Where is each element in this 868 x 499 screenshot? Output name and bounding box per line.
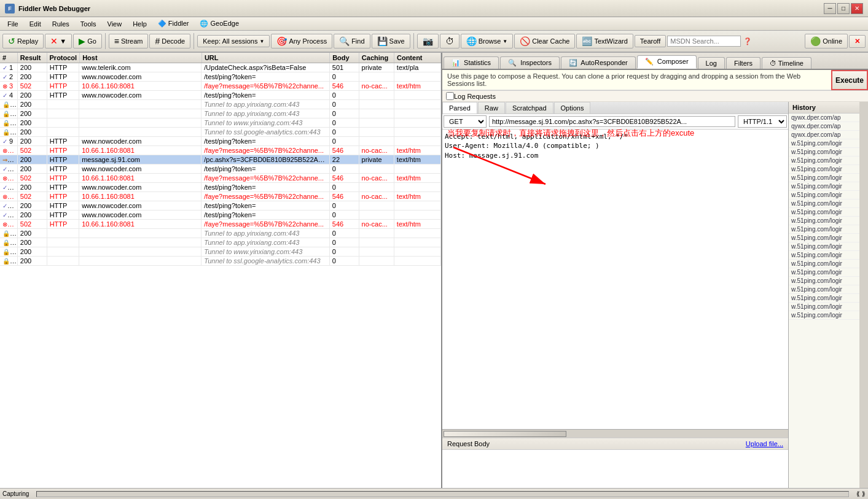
history-item[interactable]: w.51ping.com/logir [789, 251, 868, 260]
tab-statistics[interactable]: 📊 Statistics [444, 56, 499, 69]
menu-fiddler[interactable]: 🔷 Fiddler [153, 18, 194, 29]
history-item[interactable]: qywx.dper.com/ap [789, 122, 868, 131]
hscroll-bar[interactable] [36, 491, 849, 497]
tab-autoresponder[interactable]: 🔄 AutoResponder [561, 56, 636, 69]
execute-button[interactable]: Execute [831, 70, 868, 90]
col-header-num[interactable]: # [0, 53, 18, 63]
menu-rules[interactable]: Rules [47, 19, 74, 29]
menu-file[interactable]: File [2, 19, 23, 29]
history-item[interactable]: w.51ping.com/logir [789, 157, 868, 165]
remove-button[interactable]: ✕ ▼ [45, 34, 72, 48]
history-item[interactable]: qywx.dper.com/ap [789, 131, 868, 139]
history-item[interactable]: w.51ping.com/logir [789, 208, 868, 217]
menu-geoedge[interactable]: 🌐 GeoEdge [195, 18, 244, 29]
table-row[interactable]: ✓ 17 200 HTTP www.nowcoder.com /test/pin… [0, 211, 441, 220]
close-button[interactable]: ✕ [851, 3, 863, 14]
history-item[interactable]: w.51ping.com/logir [789, 242, 868, 251]
history-item[interactable]: w.51ping.com/logir [789, 191, 868, 199]
request-headers-textarea[interactable] [442, 130, 788, 429]
table-row[interactable]: 🔒 8 200 Tunnel to ssl.google-analytics.c… [0, 128, 441, 137]
history-scrollbar[interactable] [859, 102, 868, 499]
close-connection-button[interactable]: ✕ [849, 35, 866, 48]
history-item[interactable]: w.51ping.com/logir [789, 174, 868, 182]
table-row[interactable]: ✓ 9 200 HTTP www.nowcoder.com /test/ping… [0, 137, 441, 146]
table-row[interactable]: ✓ 14 200 HTTP www.nowcoder.com /test/pin… [0, 183, 441, 192]
protocol-select[interactable]: HTTP/1.1 HTTP/1.0 [738, 115, 787, 128]
col-header-caching[interactable]: Caching [359, 53, 394, 63]
history-item[interactable]: w.51ping.com/logir [789, 260, 868, 268]
composer-hscroll[interactable] [442, 429, 788, 438]
url-input[interactable] [489, 116, 735, 127]
history-item[interactable]: w.51ping.com/logir [789, 165, 868, 174]
history-item[interactable]: w.51ping.com/logir [789, 217, 868, 225]
table-row[interactable]: 🔒 82 200 Tunnel to ssl.google-analytics.… [0, 257, 441, 266]
history-item[interactable]: w.51ping.com/logir [789, 303, 868, 311]
table-row[interactable]: ⊗ 15 502 HTTP 10.66.1.160:8081 /faye?mes… [0, 192, 441, 201]
composer-tab-parsed[interactable]: Parsed [442, 102, 477, 114]
history-item[interactable]: w.51ping.com/logir [789, 148, 868, 157]
maximize-button[interactable]: □ [837, 3, 850, 14]
minimize-button[interactable]: ─ [824, 3, 836, 14]
history-item[interactable]: w.51ping.com/logir [789, 199, 868, 208]
composer-tab-options[interactable]: Options [554, 102, 591, 114]
timer-button[interactable]: ⏱ [440, 34, 459, 48]
tab-log[interactable]: Log [698, 57, 725, 69]
tab-filters[interactable]: Filters [726, 57, 760, 69]
find-button[interactable]: 🔍 Find [334, 34, 370, 48]
table-row[interactable]: 🔒 5 200 Tunnel to app.yinxiang.com:443 0 [0, 100, 441, 109]
table-row[interactable]: ⊗ 10 502 HTTP 10.66.1.160:8081 /faye?mes… [0, 146, 441, 155]
menu-view[interactable]: View [103, 19, 127, 29]
table-row[interactable]: ⇒⇒ 11 200 HTTP message.sj.91.com /pc.ash… [0, 155, 441, 164]
log-requests-checkbox[interactable] [446, 92, 454, 100]
table-row[interactable]: 🔒 79 200 Tunnel to app.yinxiang.com:443 … [0, 229, 441, 238]
table-row[interactable]: ✓ 1 200 HTTP www.telerik.com /UpdateChec… [0, 63, 441, 72]
history-item[interactable]: w.51ping.com/logir [789, 225, 868, 234]
go-button[interactable]: ▶ Go [73, 34, 102, 48]
history-item[interactable]: w.51ping.com/logir [789, 285, 868, 294]
table-row[interactable]: 🔒 80 200 Tunnel to app.yinxiang.com:443 … [0, 238, 441, 247]
tab-composer[interactable]: ✏️ Composer [637, 55, 697, 69]
col-header-protocol[interactable]: Protocol [47, 53, 80, 63]
table-row[interactable]: ⊗ 78 502 HTTP 10.66.1.160:8081 /faye?mes… [0, 220, 441, 229]
log-requests-label[interactable]: Log Requests [454, 93, 496, 100]
keep-sessions-button[interactable]: Keep: All sessions ▼ [197, 35, 270, 47]
table-row[interactable]: ✓ 4 200 HTTP www.nowcoder.com /test/ping… [0, 91, 441, 100]
menu-tools[interactable]: Tools [76, 19, 101, 29]
table-row[interactable]: ⊗ 3 502 HTTP 10.66.1.160:8081 /faye?mess… [0, 82, 441, 91]
history-item[interactable]: w.51ping.com/logir [789, 234, 868, 242]
composer-tab-raw[interactable]: Raw [478, 102, 505, 114]
table-row[interactable]: ✓ 12 200 HTTP www.nowcoder.com /test/pin… [0, 164, 441, 174]
history-item[interactable]: w.51ping.com/logir [789, 182, 868, 191]
table-row[interactable]: 🔒 6 200 Tunnel to app.yinxiang.com:443 0 [0, 109, 441, 118]
snapshot-button[interactable]: 📷 [417, 34, 439, 48]
tearoff-button[interactable]: Tearoff [635, 35, 666, 47]
table-row[interactable]: 🔒 7 200 Tunnel to www.yinxiang.com:443 0 [0, 118, 441, 128]
tab-timeline[interactable]: ⏱ Timeline [762, 57, 811, 69]
help-icon[interactable]: ❓ [743, 37, 752, 45]
history-item[interactable]: w.51ping.com/logir [789, 311, 868, 320]
composer-tab-scratchpad[interactable]: Scratchpad [506, 102, 553, 114]
table-row[interactable]: ⊗ 13 502 HTTP 10.66.1.160:8081 /faye?mes… [0, 174, 441, 183]
table-row[interactable]: 🔒 81 200 Tunnel to www.yinxiang.com:443 … [0, 247, 441, 257]
online-button[interactable]: 🟢 Online [805, 34, 848, 48]
browse-button[interactable]: 🌐 Browse ▼ [461, 34, 514, 48]
stream-button[interactable]: ≡ Stream [109, 34, 149, 48]
history-item[interactable]: w.51ping.com/logir [789, 277, 868, 285]
method-select[interactable]: GET POST PUT DELETE HEAD [444, 115, 487, 128]
textwizard-button[interactable]: 🔤 TextWizard [576, 34, 633, 48]
col-header-content[interactable]: Content [394, 53, 441, 63]
tab-inspectors[interactable]: 🔍 Inspectors [500, 56, 560, 69]
history-item[interactable]: w.51ping.com/logir [789, 294, 868, 303]
upload-file-link[interactable]: Upload file... [746, 440, 783, 447]
replay-button[interactable]: ↺ Replay [2, 34, 44, 48]
menu-edit[interactable]: Edit [25, 19, 46, 29]
decode-button[interactable]: # Decode [149, 34, 190, 48]
col-header-url[interactable]: URL [202, 53, 330, 63]
history-item[interactable]: qywx.dper.com/ap [789, 114, 868, 122]
msdn-search-input[interactable] [667, 36, 741, 47]
any-process-button[interactable]: 🎯 Any Process [271, 34, 332, 48]
save-button[interactable]: 💾 Save [372, 34, 410, 48]
table-row[interactable]: ✓ 2 200 HTTP www.nowcoder.com /test/ping… [0, 72, 441, 82]
history-item[interactable]: w.51ping.com/logir [789, 268, 868, 277]
history-item[interactable]: w.51ping.com/logir [789, 139, 868, 148]
